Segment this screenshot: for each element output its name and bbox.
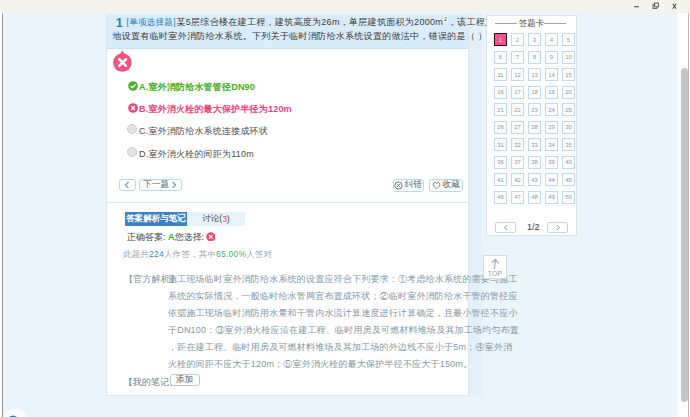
svg-text:TOP: TOP [488,270,503,277]
